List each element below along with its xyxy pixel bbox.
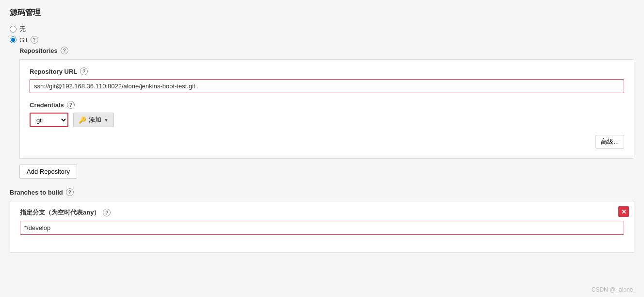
credentials-controls: git 🔑 添加 ▼: [30, 113, 624, 127]
key-icon: 🔑: [79, 116, 86, 124]
credentials-row-wrapper: Credentials ? git 🔑 添加 ▼: [30, 101, 624, 127]
repo-url-row: Repository URL ?: [30, 67, 624, 93]
add-credentials-label: 添加: [89, 116, 101, 124]
branches-section: Branches to build ? ✕ 指定分支（为空时代表any） ?: [10, 188, 634, 253]
branches-help-icon[interactable]: ?: [66, 188, 74, 196]
credentials-select[interactable]: git: [30, 113, 68, 127]
branch-input[interactable]: [20, 221, 624, 235]
dropdown-arrow-icon: ▼: [104, 117, 109, 123]
repositories-section-label: Repositories ?: [19, 47, 634, 54]
repositories-label: Repositories: [19, 47, 58, 54]
delete-branch-button[interactable]: ✕: [618, 206, 629, 217]
git-help-icon[interactable]: ?: [31, 36, 38, 44]
repo-url-help-icon[interactable]: ?: [80, 67, 88, 75]
credentials-label: Credentials: [30, 101, 64, 109]
scm-radio-group: 无 Git ?: [10, 25, 634, 44]
none-radio[interactable]: [10, 26, 16, 33]
page-container: 源码管理 无 Git ? Repositories ? Repository U…: [0, 0, 644, 297]
advanced-button[interactable]: 高级...: [596, 135, 624, 148]
advanced-row: 高级...: [30, 135, 624, 148]
repositories-help-icon[interactable]: ?: [61, 47, 68, 54]
git-label: Git: [19, 36, 28, 44]
repo-url-input[interactable]: [30, 79, 624, 93]
repository-card: Repository URL ? Credentials ? git 🔑: [19, 59, 634, 159]
credentials-help-icon[interactable]: ?: [67, 101, 75, 109]
watermark: CSDN @_alone_: [592, 286, 636, 293]
branch-card: ✕ 指定分支（为空时代表any） ?: [10, 201, 634, 253]
branch-field-help-icon[interactable]: ?: [103, 209, 111, 216]
branches-section-label: Branches to build ?: [10, 188, 634, 196]
none-radio-item: 无: [10, 25, 634, 33]
none-label: 无: [19, 25, 26, 33]
add-repository-button[interactable]: Add Repository: [19, 165, 77, 179]
credentials-label-row: Credentials ?: [30, 101, 624, 109]
repo-url-label: Repository URL: [30, 68, 77, 75]
add-credentials-button[interactable]: 🔑 添加 ▼: [73, 113, 114, 127]
git-radio-item: Git ?: [10, 36, 634, 44]
branch-field-row: 指定分支（为空时代表any） ?: [20, 208, 624, 235]
branch-field-label-row: 指定分支（为空时代表any） ?: [20, 208, 624, 217]
repo-url-label-row: Repository URL ?: [30, 67, 624, 75]
git-radio[interactable]: [10, 36, 16, 43]
page-title: 源码管理: [10, 8, 634, 18]
branches-label: Branches to build: [10, 189, 63, 196]
repositories-section: Repositories ? Repository URL ? Credenti…: [19, 47, 634, 186]
branch-field-label: 指定分支（为空时代表any）: [20, 208, 100, 217]
